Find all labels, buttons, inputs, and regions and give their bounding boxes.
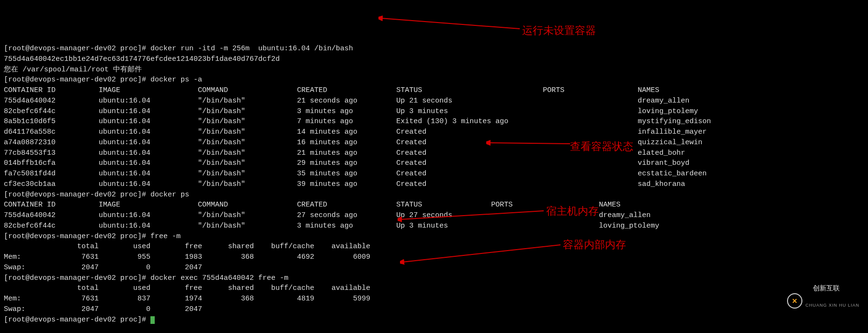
- terminal-line: Mem: 7631 837 1974 368 4819 5999: [4, 294, 864, 304]
- terminal-line: 014bffb16cfa ubuntu:16.04 "/bin/bash" 29…: [4, 158, 864, 169]
- terminal-output[interactable]: [root@devops-manager-dev02 proc]# docker…: [4, 44, 864, 325]
- terminal-line: 755d4a640042ec1bb1e24d7ec63d174776efcdee…: [4, 54, 864, 65]
- terminal-line: Swap: 2047 0 2047: [4, 263, 864, 273]
- terminal-line: [root@devops-manager-dev02 proc]# free -…: [4, 231, 864, 242]
- terminal-line: CONTAINER ID IMAGE COMMAND CREATED STATU…: [4, 85, 864, 96]
- terminal-line: 您在 /var/spool/mail/root 中有邮件: [4, 65, 864, 75]
- terminal-line: fa7c5081fd4d ubuntu:16.04 "/bin/bash" 35…: [4, 169, 864, 179]
- terminal-line: total used free shared buff/cache availa…: [4, 241, 864, 252]
- watermark-brand: 创新互联: [813, 284, 840, 292]
- watermark-sub: CHUANG XIN HU LIAN: [805, 302, 859, 309]
- terminal-line: Swap: 2047 0 2047: [4, 304, 864, 315]
- terminal-line: d641176a558c ubuntu:16.04 "/bin/bash" 14…: [4, 127, 864, 138]
- terminal-line: a74a08872310 ubuntu:16.04 "/bin/bash" 16…: [4, 138, 864, 148]
- terminal-line: [root@devops-manager-dev02 proc]# docker…: [4, 273, 864, 284]
- watermark-logo: ✕ 创新互联 CHUANG XIN HU LIAN: [787, 273, 859, 328]
- terminal-line: 77cb84553f13 ubuntu:16.04 "/bin/bash" 21…: [4, 148, 864, 159]
- terminal-line: 82cbefc6f44c ubuntu:16.04 "/bin/bash" 3 …: [4, 221, 864, 231]
- svg-line-0: [381, 18, 520, 29]
- annotation-run-container: 运行未设置容器: [522, 23, 596, 38]
- terminal-line: total used free shared buff/cache availa…: [4, 283, 864, 294]
- terminal-line: Mem: 7631 955 1983 368 4692 6009: [4, 252, 864, 263]
- terminal-line: 82cbefc6f44c ubuntu:16.04 "/bin/bash" 3 …: [4, 106, 864, 117]
- terminal-line: 755d4a640042 ubuntu:16.04 "/bin/bash" 21…: [4, 96, 864, 106]
- arrow-icon: [378, 14, 522, 34]
- terminal-line: 8a5b1c10d6f5 ubuntu:16.04 "/bin/bash" 7 …: [4, 116, 864, 127]
- cursor-icon: [150, 316, 155, 324]
- terminal-line: [root@devops-manager-dev02 proc]# docker…: [4, 190, 864, 200]
- terminal-line: [root@devops-manager-dev02 proc]# docker…: [4, 44, 864, 54]
- terminal-line: CONTAINER ID IMAGE COMMAND CREATED STATU…: [4, 200, 864, 210]
- terminal-line: 755d4a640042 ubuntu:16.04 "/bin/bash" 27…: [4, 210, 864, 221]
- terminal-line: [root@devops-manager-dev02 proc]# docker…: [4, 75, 864, 85]
- terminal-prompt[interactable]: [root@devops-manager-dev02 proc]#: [4, 315, 864, 325]
- terminal-line: cf3ec30cb1aa ubuntu:16.04 "/bin/bash" 39…: [4, 179, 864, 190]
